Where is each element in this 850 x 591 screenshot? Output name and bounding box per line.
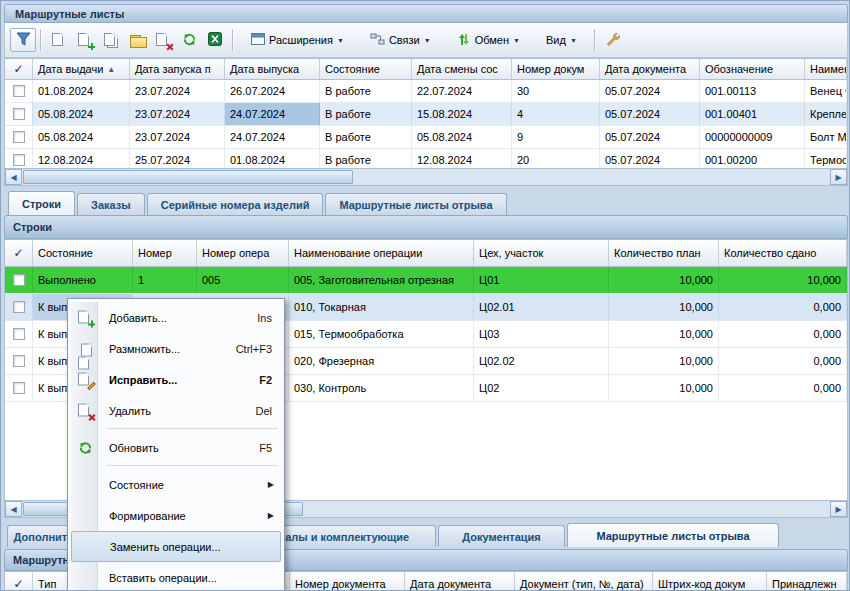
- table-row[interactable]: 12.08.2024 25.07.2024 01.08.2024 В работ…: [5, 149, 847, 169]
- column-header-state-change-date[interactable]: Дата смены сос: [412, 59, 512, 79]
- extensions-dropdown[interactable]: Расширения ▼: [243, 28, 352, 52]
- column-header-op-number[interactable]: Номер опера: [197, 240, 289, 266]
- select-all-header[interactable]: ✓: [5, 240, 33, 266]
- scroll-right-button[interactable]: ▶: [830, 501, 847, 517]
- column-header-doc-date[interactable]: Дата документа: [600, 59, 700, 79]
- cell: 005: [197, 267, 289, 293]
- table-row[interactable]: 01.08.2024 23.07.2024 26.07.2024 В работ…: [5, 80, 847, 103]
- delete-document-button[interactable]: [150, 28, 176, 52]
- column-header-designation[interactable]: Обозначение: [700, 59, 805, 79]
- cell: 001.00113: [700, 80, 805, 102]
- column-header-state[interactable]: Состояние: [320, 59, 412, 79]
- cell: 10,000: [609, 267, 719, 293]
- table-row-selected[interactable]: 05.08.2024 23.07.2024 24.07.2024 В работ…: [5, 103, 847, 126]
- cell: 05.08.2024: [412, 126, 512, 148]
- column-header-doc-date[interactable]: Дата документа: [405, 572, 515, 591]
- cell: 25.07.2024: [130, 149, 225, 169]
- column-header-op-name[interactable]: Наименование операции: [289, 240, 474, 266]
- route-sheets-table: ✓ Дата выдачи▲ Дата запуска п Дата выпус…: [4, 58, 848, 169]
- filter-button[interactable]: [10, 28, 36, 52]
- menu-item-state[interactable]: Состояние ▶: [71, 469, 281, 500]
- row-checkbox-cell: [5, 149, 33, 169]
- column-header-name[interactable]: Наимен: [805, 59, 847, 79]
- column-header-issue-date[interactable]: Дата выдачи▲: [33, 59, 130, 79]
- row-checkbox[interactable]: [13, 274, 25, 286]
- refresh-button[interactable]: [176, 28, 202, 52]
- add-document-button[interactable]: [72, 28, 98, 52]
- cell: 23.07.2024: [130, 103, 225, 125]
- exchange-dropdown[interactable]: Обмен ▼: [449, 28, 528, 52]
- toolbar-separator: [40, 29, 42, 51]
- links-dropdown[interactable]: Связи ▼: [362, 28, 439, 52]
- shortcut: Ins: [247, 312, 272, 324]
- menu-item-forming[interactable]: Формирование ▶: [71, 500, 281, 531]
- cell: 05.07.2024: [600, 149, 700, 169]
- column-header-state[interactable]: Состояние: [33, 240, 133, 266]
- column-header-barcode[interactable]: Штрих-код докум: [653, 572, 767, 591]
- menu-item-delete[interactable]: Удалить Del: [71, 395, 281, 426]
- strings-panel-header: Строки: [4, 215, 848, 239]
- menu-item-refresh[interactable]: Обновить F5: [71, 432, 281, 463]
- delete-document-icon: [78, 403, 93, 418]
- tab-zakazy[interactable]: Заказы: [77, 193, 145, 215]
- cell: В работе: [320, 80, 412, 102]
- duplicate-document-button[interactable]: [98, 28, 124, 52]
- column-header-qty-done[interactable]: Количество сдано: [719, 240, 847, 266]
- add-document-icon: [78, 310, 93, 325]
- scroll-left-button[interactable]: ◀: [5, 169, 22, 185]
- scroll-right-button[interactable]: ▶: [830, 169, 847, 185]
- column-header-qty-plan[interactable]: Количество план: [609, 240, 719, 266]
- row-checkbox[interactable]: [13, 355, 25, 367]
- cell: 10,000: [609, 348, 719, 374]
- scroll-left-button[interactable]: ◀: [5, 501, 22, 517]
- row-checkbox[interactable]: [13, 131, 25, 143]
- tab-route-sheets-detach[interactable]: Маршрутные листы отрыва: [325, 193, 506, 215]
- cell: В работе: [320, 149, 412, 169]
- tab-serial-numbers[interactable]: Серийные номера изделий: [147, 193, 324, 215]
- row-checkbox[interactable]: [13, 301, 25, 313]
- select-all-header[interactable]: ✓: [5, 59, 33, 79]
- settings-button[interactable]: [600, 28, 626, 52]
- new-document-button[interactable]: [46, 28, 72, 52]
- row-checkbox[interactable]: [13, 108, 25, 120]
- menu-item-edit[interactable]: Исправить... F2: [71, 364, 281, 395]
- row-checkbox[interactable]: [13, 382, 25, 394]
- tab-route-sheets-detach[interactable]: Маршрутные листы отрыва: [567, 523, 779, 547]
- column-header-doc-number[interactable]: Номер докум: [512, 59, 600, 79]
- row-checkbox[interactable]: [13, 328, 25, 340]
- cell: 01.08.2024: [33, 80, 130, 102]
- extensions-icon: [251, 33, 265, 47]
- excel-export-button[interactable]: [202, 28, 228, 52]
- row-checkbox[interactable]: [13, 154, 25, 166]
- cell: Болт М1: [805, 126, 847, 148]
- table-row-done[interactable]: Выполнено 1 005 005, Заготовительная отр…: [5, 267, 847, 294]
- open-document-button[interactable]: [124, 28, 150, 52]
- cell: 10,000: [719, 267, 847, 293]
- exchange-icon: [457, 32, 471, 49]
- column-header-number[interactable]: Номер: [133, 240, 197, 266]
- toolbar-separator: [594, 29, 596, 51]
- menu-item-replace-operations[interactable]: Заменить операции...: [71, 531, 281, 562]
- tab-documentation[interactable]: Документация: [438, 525, 565, 547]
- row-checkbox[interactable]: [13, 85, 25, 97]
- column-header-belonging[interactable]: Принадлежн: [767, 572, 847, 591]
- duplicate-document-icon: [78, 341, 93, 356]
- cell: 12.08.2024: [33, 149, 130, 169]
- table-row[interactable]: 05.08.2024 23.07.2024 24.07.2024 В работ…: [5, 126, 847, 149]
- cell: Выполнено: [33, 267, 133, 293]
- select-all-header[interactable]: ✓: [5, 572, 33, 591]
- column-header-release-date[interactable]: Дата выпуска: [225, 59, 320, 79]
- menu-item-duplicate[interactable]: Размножить... Ctrl+F3: [71, 333, 281, 364]
- scrollbar-thumb[interactable]: [23, 170, 353, 184]
- menu-item-insert-operations[interactable]: Вставить операции...: [71, 562, 281, 591]
- column-header-shop[interactable]: Цех, участок: [474, 240, 609, 266]
- row-checkbox-cell: [5, 103, 33, 125]
- cell: 0,000: [719, 321, 847, 347]
- view-dropdown[interactable]: Вид ▼: [538, 28, 585, 52]
- menu-item-add[interactable]: Добавить... Ins: [71, 302, 281, 333]
- tab-stroki[interactable]: Строки: [8, 191, 75, 215]
- row-checkbox-cell: [5, 321, 33, 347]
- column-header-doc-number[interactable]: Номер документа: [290, 572, 405, 591]
- column-header-start-date[interactable]: Дата запуска п: [130, 59, 225, 79]
- column-header-document[interactable]: Документ (тип, №, дата): [515, 572, 653, 591]
